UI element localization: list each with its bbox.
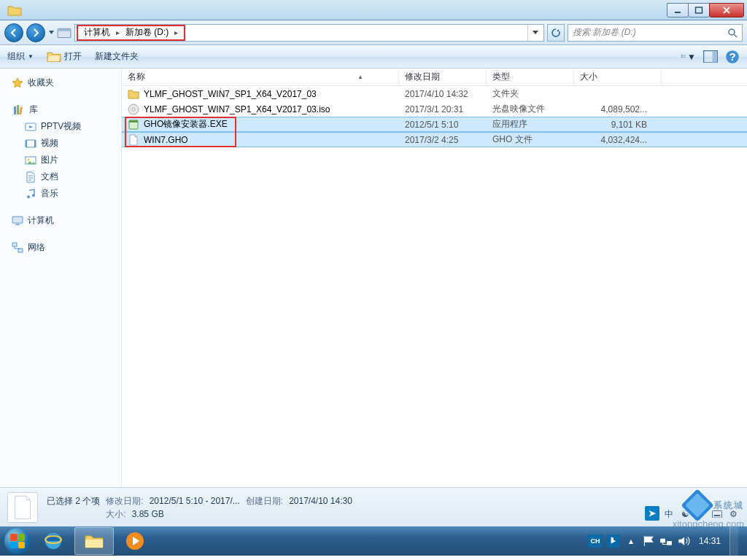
search-placeholder: 搜索 新加卷 (D:): [573, 26, 636, 39]
search-input[interactable]: 搜索 新加卷 (D:): [568, 24, 743, 42]
ime-badge[interactable]: ➤: [645, 506, 659, 521]
maximize-button[interactable]: [688, 3, 710, 18]
file-date: 2017/3/1 20:31: [399, 104, 487, 114]
file-name: YLMF_GHOST_WIN7_SP1_X64_V2017_03.iso: [144, 104, 330, 114]
tray-volume-icon[interactable]: [677, 534, 690, 548]
sidebar-item-pptv[interactable]: PPTV视频: [0, 118, 121, 135]
file-type: 文件夹: [487, 88, 574, 100]
svg-rect-26: [12, 217, 23, 223]
system-tray: CH ▴ 14:31: [588, 526, 744, 556]
column-name[interactable]: 名称▲: [122, 69, 399, 85]
minimize-button[interactable]: [667, 3, 689, 18]
svg-point-24: [27, 195, 30, 198]
ime-settings-icon[interactable]: ⚙: [727, 508, 740, 521]
open-icon: [47, 51, 61, 63]
file-row[interactable]: GHO镜像安装器.EXE2012/5/1 5:10应用程序9,101 KB: [122, 117, 747, 132]
breadcrumb-segment[interactable]: 计算机: [81, 26, 113, 39]
column-headers: 名称▲ 修改日期 类型 大小: [122, 69, 747, 86]
svg-rect-20: [26, 140, 27, 147]
svg-rect-34: [712, 510, 721, 518]
library-icon: [13, 104, 25, 116]
iso-icon: [128, 104, 139, 115]
column-type[interactable]: 类型: [487, 69, 574, 85]
sidebar-network[interactable]: 网络: [0, 239, 121, 256]
svg-rect-17: [19, 106, 23, 114]
file-row[interactable]: YLMF_GHOST_WIN7_SP1_X64_V2017_03.iso2017…: [122, 101, 747, 117]
file-list[interactable]: 名称▲ 修改日期 类型 大小 YLMF_GHOST_WIN7_SP1_X64_V…: [122, 69, 747, 487]
main-content: 收藏夹 库 PPTV视频 视频 图片 文档 音乐 计算机 网络: [0, 69, 747, 487]
file-row[interactable]: YLMF_GHOST_WIN7_SP1_X64_V2017_032017/4/1…: [122, 86, 747, 101]
svg-point-23: [28, 158, 30, 160]
video-icon: [25, 121, 36, 133]
status-tray: ➤ 中 ☯ ， ⚙: [645, 491, 740, 524]
pictures-icon: [25, 155, 36, 166]
address-bar[interactable]: 计算机 ▸ 新加卷 (D:) ▸: [74, 24, 544, 42]
window-icon: [7, 4, 22, 16]
address-icon: [57, 26, 71, 40]
show-desktop-button[interactable]: [729, 526, 738, 556]
breadcrumb-arrow-icon[interactable]: ▸: [113, 28, 123, 36]
address-dropdown[interactable]: [527, 25, 542, 41]
svg-rect-9: [681, 58, 682, 58]
tray-bing-icon[interactable]: [607, 534, 620, 548]
file-name: WIN7.GHO: [144, 135, 188, 145]
document-icon: [25, 171, 36, 183]
svg-rect-21: [34, 140, 36, 147]
svg-rect-38: [85, 540, 103, 548]
file-date: 2017/4/10 14:32: [399, 89, 487, 99]
status-bar: 已选择 2 个项 修改日期:2012/5/1 5:10 - 2017/... 创…: [0, 487, 747, 526]
sidebar-library[interactable]: 库: [0, 101, 121, 118]
svg-rect-16: [17, 105, 19, 114]
svg-point-25: [32, 194, 35, 197]
svg-rect-0: [675, 12, 681, 13]
view-options-button[interactable]: ▼: [681, 51, 696, 63]
start-button[interactable]: [3, 526, 32, 556]
file-type: GHO 文件: [487, 133, 574, 146]
ime-keyboard-icon[interactable]: [711, 508, 724, 521]
file-size: 4,089,502...: [574, 104, 662, 114]
sidebar-item-documents[interactable]: 文档: [0, 168, 121, 185]
tray-arrow-icon[interactable]: ▴: [624, 534, 638, 548]
taskbar-mediaplayer[interactable]: [115, 527, 155, 555]
sidebar-computer[interactable]: 计算机: [0, 212, 121, 229]
preview-pane-button[interactable]: [703, 51, 718, 63]
refresh-button[interactable]: [547, 24, 565, 42]
file-row[interactable]: WIN7.GHO2017/3/2 4:25GHO 文件4,032,424...: [122, 132, 747, 147]
back-button[interactable]: [4, 23, 23, 42]
breadcrumb-segment[interactable]: 新加卷 (D:): [123, 26, 171, 39]
help-button[interactable]: ?: [725, 51, 740, 63]
history-dropdown[interactable]: [48, 27, 54, 39]
organize-menu[interactable]: 组织▼: [7, 50, 34, 63]
breadcrumb-arrow-icon[interactable]: ▸: [171, 28, 181, 36]
column-date[interactable]: 修改日期: [399, 69, 487, 85]
tray-flag-icon[interactable]: [642, 534, 655, 548]
ime-comma-icon[interactable]: ，: [694, 508, 708, 521]
new-folder-button[interactable]: 新建文件夹: [95, 50, 139, 63]
svg-rect-19: [26, 140, 36, 147]
tray-clock[interactable]: 14:31: [694, 536, 725, 546]
svg-rect-27: [15, 224, 20, 225]
close-button[interactable]: [709, 3, 744, 18]
file-type: 应用程序: [487, 118, 574, 131]
tray-lang-badge[interactable]: CH: [588, 534, 603, 548]
sidebar-favorites[interactable]: 收藏夹: [0, 74, 121, 91]
forward-button[interactable]: [26, 23, 45, 42]
sidebar-item-music[interactable]: 音乐: [0, 185, 121, 202]
ime-lang[interactable]: 中: [662, 508, 676, 521]
ime-punct-icon[interactable]: ☯: [678, 508, 692, 521]
navigation-sidebar: 收藏夹 库 PPTV视频 视频 图片 文档 音乐 计算机 网络: [0, 69, 122, 487]
file-size: 4,032,424...: [574, 135, 662, 145]
open-button[interactable]: 打开: [47, 50, 82, 63]
status-details: 已选择 2 个项 修改日期:2012/5/1 5:10 - 2017/... 创…: [47, 494, 352, 521]
tray-network-icon[interactable]: [659, 534, 673, 548]
search-icon: [727, 28, 738, 38]
computer-icon: [12, 215, 23, 227]
command-toolbar: 组织▼ 打开 新建文件夹 ▼ ?: [0, 45, 747, 69]
taskbar-ie[interactable]: [34, 527, 73, 555]
column-size[interactable]: 大小: [574, 69, 662, 85]
status-selection: 已选择 2 个项: [47, 494, 100, 508]
sidebar-item-pictures[interactable]: 图片: [0, 152, 121, 168]
video-icon: [25, 138, 36, 149]
sidebar-item-video[interactable]: 视频: [0, 135, 121, 152]
taskbar-explorer[interactable]: [74, 527, 114, 555]
